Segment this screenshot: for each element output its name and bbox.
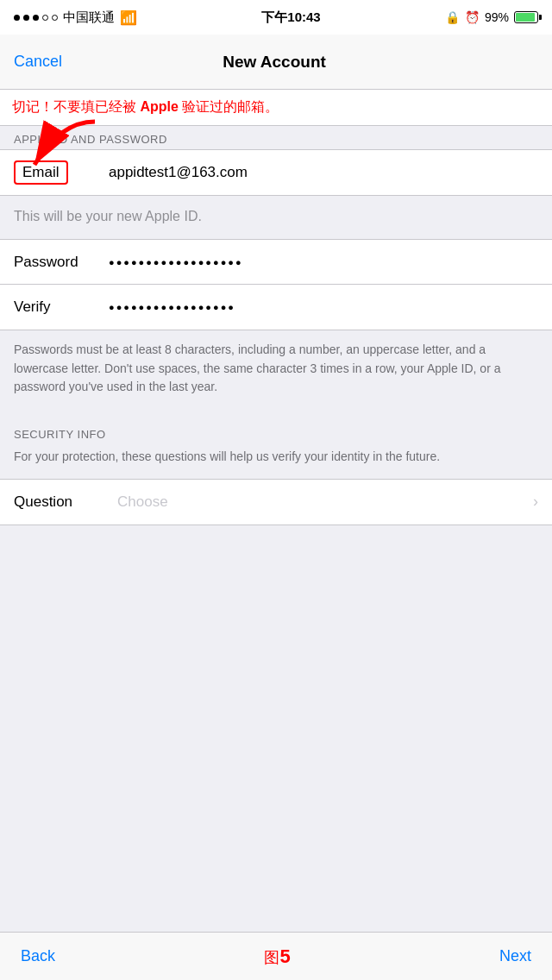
warning-banner: 切记！不要填已经被 Apple 验证过的邮箱。 <box>0 90 552 126</box>
email-row[interactable]: Email appidtest1@163.com <box>0 150 552 195</box>
lock-icon: 🔒 <box>445 10 460 24</box>
dot-2 <box>23 15 29 21</box>
question-row[interactable]: Question Choose › <box>0 480 552 525</box>
next-button[interactable]: Next <box>499 947 531 965</box>
password-value[interactable]: ●●●●●●●●●●●●●●●●●● <box>109 257 538 267</box>
page-title: New Account <box>223 53 326 72</box>
navigation-bar: Cancel New Account <box>0 35 552 90</box>
figure-char: 图 <box>264 949 279 966</box>
bottom-toolbar: Back 图5 Next <box>0 932 552 980</box>
back-button[interactable]: Back <box>21 947 55 965</box>
carrier-label: 中国联通 <box>63 9 115 26</box>
email-label: Email <box>14 160 109 185</box>
question-label: Question <box>14 493 117 511</box>
email-value[interactable]: appidtest1@163.com <box>109 164 538 181</box>
email-label-box: Email <box>14 160 68 185</box>
cancel-button[interactable]: Cancel <box>14 53 62 71</box>
figure-text: 图5 <box>264 945 290 968</box>
dot-4 <box>42 15 48 21</box>
wifi-icon: 📶 <box>120 9 137 26</box>
apple-bold: Apple <box>140 99 178 114</box>
status-bar: 中国联通 📶 下午10:43 🔒 ⏰ 99% <box>0 0 552 35</box>
question-form-group: Question Choose › <box>0 479 552 525</box>
security-section-label: SECURITY INFO <box>0 414 552 444</box>
password-label: Password <box>14 254 109 271</box>
warning-text: 切记！不要填已经被 Apple 验证过的邮箱。 <box>12 99 279 114</box>
dot-3 <box>33 15 39 21</box>
status-left: 中国联通 📶 <box>14 9 137 26</box>
verify-value[interactable]: ●●●●●●●●●●●●●●●●● <box>109 302 538 312</box>
dot-1 <box>14 15 20 21</box>
status-time: 下午10:43 <box>261 9 320 26</box>
question-value: Choose <box>117 493 530 511</box>
battery-percent: 99% <box>485 10 509 24</box>
status-right: 🔒 ⏰ 99% <box>445 10 538 24</box>
password-form-group: Password ●●●●●●●●●●●●●●●●●● Verify ●●●●●… <box>0 239 552 330</box>
chevron-right-icon: › <box>533 493 538 511</box>
figure-num: 5 <box>279 945 290 967</box>
password-hint: Passwords must be at least 8 characters,… <box>0 330 552 414</box>
figure-label-container: 图5 <box>264 945 290 968</box>
battery-fill <box>516 13 535 22</box>
password-row[interactable]: Password ●●●●●●●●●●●●●●●●●● <box>0 240 552 285</box>
verify-row[interactable]: Verify ●●●●●●●●●●●●●●●●● <box>0 285 552 330</box>
battery-icon <box>514 11 538 23</box>
alarm-icon: ⏰ <box>465 10 480 24</box>
signal-dots <box>14 15 58 21</box>
verify-label: Verify <box>14 298 109 316</box>
security-helper: For your protection, these questions wil… <box>0 444 552 479</box>
appleid-section-label: APPLE ID AND PASSWORD <box>0 126 552 149</box>
apple-id-hint: This will be your new Apple ID. <box>0 196 552 239</box>
appleid-form-group: Email appidtest1@163.com <box>0 149 552 196</box>
email-row-wrapper: Email appidtest1@163.com <box>0 150 552 195</box>
dot-5 <box>52 15 58 21</box>
